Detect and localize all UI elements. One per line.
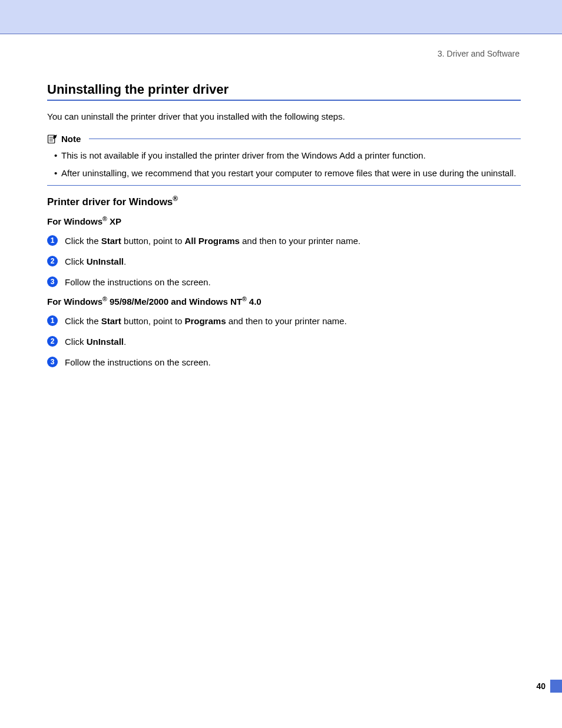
registered-mark: ® [173,195,178,203]
registered-mark: ® [103,295,107,302]
sub-title-xp: For Windows® XP [47,216,521,226]
step-text: Click UnInstall. [65,335,521,348]
intro-text: You can uninstall the printer driver tha… [47,110,521,123]
registered-mark: ® [103,215,107,222]
note-label: Note [61,134,81,144]
step-text: Click the Start button, point to All Pro… [65,235,521,247]
step-row: 2 Click UnInstall. [47,255,521,268]
step-badge-3: 3 [47,276,58,287]
note-rule [89,139,521,139]
chapter-reference: 3. Driver and Software [47,49,521,58]
note-block: Note This is not available if you instal… [47,134,521,186]
sub-title-text: 4.0 [247,297,262,307]
page-title: Uninstalling the printer driver [47,82,521,101]
step-row: 1 Click the Start button, point to Progr… [47,315,521,327]
header-band [0,0,562,34]
note-rule-bottom [47,185,521,186]
step-text: Follow the instructions on the screen. [65,276,521,288]
page-number: 40 [536,681,546,691]
note-item: This is not available if you installed t… [54,149,521,162]
sub-title-text: For Windows [47,216,103,226]
step-row: 1 Click the Start button, point to All P… [47,235,521,247]
step-text: Click UnInstall. [65,255,521,268]
step-badge-1: 1 [47,315,58,326]
note-header: Note [47,134,521,144]
step-text: Click the Start button, point to Program… [65,315,521,327]
note-list: This is not available if you installed t… [47,149,521,180]
page-content: 3. Driver and Software Uninstalling the … [0,34,562,368]
section-title: Printer driver for Windows® [47,196,521,208]
sub-title-legacy: For Windows® 95/98/Me/2000 and Windows N… [47,297,521,307]
note-item: After uninstalling, we recommend that yo… [54,167,521,180]
step-row: 3 Follow the instructions on the screen. [47,356,521,368]
step-text: Follow the instructions on the screen. [65,356,521,368]
page-footer: 40 [536,680,562,693]
sub-title-text: 95/98/Me/2000 and Windows NT [107,297,242,307]
step-badge-3: 3 [47,357,58,367]
step-badge-2: 2 [47,336,58,347]
step-row: 2 Click UnInstall. [47,335,521,348]
section-title-text: Printer driver for Windows [47,196,173,207]
sub-title-text: For Windows [47,297,103,307]
sub-title-text: XP [107,216,121,226]
step-badge-1: 1 [47,235,58,246]
registered-mark: ® [242,295,247,302]
note-icon [47,134,58,144]
step-row: 3 Follow the instructions on the screen. [47,276,521,288]
step-badge-2: 2 [47,256,58,266]
page-tab [550,680,562,693]
